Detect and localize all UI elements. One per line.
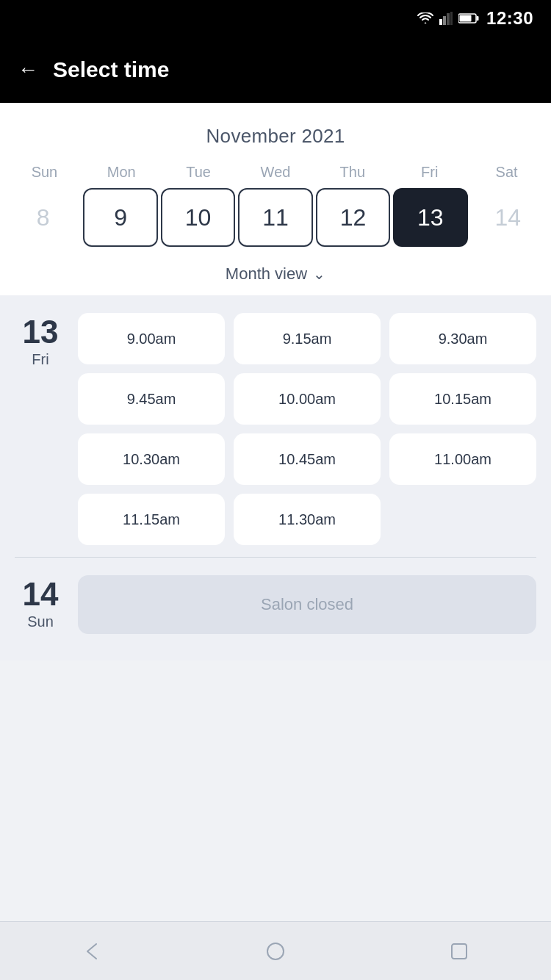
month-view-toggle[interactable]: Month view ⌄ [0, 259, 551, 295]
back-nav-icon [82, 941, 102, 962]
day-13-block: 13 Fri 9.00am 9.15am 9.30am 9.45am 10.00… [15, 313, 536, 545]
status-bar: 12:30 [0, 0, 551, 37]
time-slot-1130am[interactable]: 11.30am [234, 494, 381, 545]
time-slot-1030am[interactable]: 10.30am [78, 433, 225, 485]
svg-rect-1 [443, 16, 446, 25]
signal-icon [439, 12, 453, 25]
day-header-fri: Fri [391, 161, 468, 188]
nav-back-button[interactable] [70, 929, 114, 973]
home-nav-icon [265, 941, 286, 962]
svg-rect-8 [452, 944, 467, 959]
day-header-tue: Tue [160, 161, 237, 188]
chevron-down-icon: ⌄ [313, 265, 325, 283]
status-time: 12:30 [486, 8, 533, 29]
day-14-block: 14 Sun Salon closed [15, 575, 536, 634]
salon-closed-label: Salon closed [261, 595, 353, 614]
back-button[interactable]: ← [18, 60, 38, 80]
time-slot-1100am[interactable]: 11.00am [389, 433, 536, 485]
time-slot-1115am[interactable]: 11.15am [78, 494, 225, 545]
timeslots-section: 13 Fri 9.00am 9.15am 9.30am 9.45am 10.00… [0, 295, 551, 660]
svg-rect-3 [450, 12, 453, 25]
svg-rect-2 [447, 13, 450, 25]
bottom-nav [0, 921, 551, 980]
month-year-title: November 2021 [0, 118, 551, 161]
date-cell-12[interactable]: 12 [316, 188, 390, 247]
day-14-number: 14 [23, 578, 59, 610]
svg-point-7 [267, 943, 284, 959]
day-headers: Sun Mon Tue Wed Thu Fri Sat [0, 161, 551, 188]
time-slot-1015am[interactable]: 10.15am [389, 373, 536, 425]
page-title: Select time [53, 57, 169, 82]
nav-home-button[interactable] [253, 929, 298, 973]
date-cell-8[interactable]: 8 [6, 188, 80, 247]
day-13-name: Fri [32, 351, 48, 368]
date-row: 8 9 10 11 12 13 14 [0, 188, 551, 259]
date-cell-14[interactable]: 14 [471, 188, 545, 247]
date-cell-10[interactable]: 10 [161, 188, 235, 247]
day-13-label: 13 Fri [15, 313, 66, 545]
date-cell-11[interactable]: 11 [238, 188, 312, 247]
date-cell-9[interactable]: 9 [83, 188, 157, 247]
time-slot-945am[interactable]: 9.45am [78, 373, 225, 425]
time-slot-1000am[interactable]: 10.00am [234, 373, 381, 425]
time-slot-900am[interactable]: 9.00am [78, 313, 225, 364]
day-13-slots-grid: 9.00am 9.15am 9.30am 9.45am 10.00am 10.1… [78, 313, 536, 545]
app-header: ← Select time [0, 37, 551, 103]
battery-icon [458, 12, 479, 24]
time-slot-1045am[interactable]: 10.45am [234, 433, 381, 485]
day-14-label: 14 Sun [15, 575, 66, 630]
svg-rect-5 [477, 16, 479, 21]
svg-rect-6 [460, 15, 472, 22]
salon-closed-box: Salon closed [78, 575, 536, 634]
day-header-sun: Sun [6, 161, 83, 188]
day-header-mon: Mon [83, 161, 160, 188]
day-13-number: 13 [23, 316, 59, 348]
recent-nav-icon [449, 941, 469, 962]
time-slot-915am[interactable]: 9.15am [234, 313, 381, 364]
day-header-wed: Wed [237, 161, 314, 188]
nav-recent-button[interactable] [437, 929, 481, 973]
wifi-icon [417, 12, 433, 24]
day-14-name: Sun [27, 613, 54, 630]
section-divider [15, 557, 536, 558]
status-icons [417, 12, 479, 25]
day-header-sat: Sat [468, 161, 545, 188]
day-header-thu: Thu [314, 161, 391, 188]
date-cell-13[interactable]: 13 [393, 188, 467, 247]
time-slot-930am[interactable]: 9.30am [389, 313, 536, 364]
svg-rect-0 [439, 19, 442, 25]
month-view-label: Month view [226, 264, 307, 284]
calendar-section: November 2021 Sun Mon Tue Wed Thu Fri Sa… [0, 103, 551, 295]
